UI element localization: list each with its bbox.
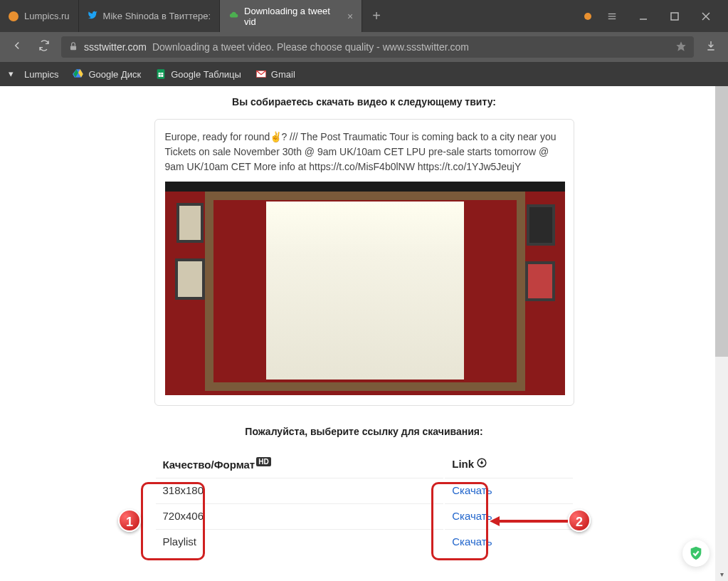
page-heading: Вы собираетесь скачать видео к следующем… bbox=[0, 96, 728, 108]
hand-emoji: ✌️ bbox=[270, 130, 281, 145]
close-icon[interactable]: × bbox=[347, 11, 353, 22]
download-subheading: Пожалуйста, выберите ссылку для скачиван… bbox=[0, 426, 728, 437]
table-row: Playlist Скачать bbox=[156, 529, 573, 553]
quality-cell: 720x406 bbox=[156, 503, 444, 528]
address-bar: ssstwitter.com Downloading a tweet video… bbox=[0, 32, 728, 62]
quality-cell: 318x180 bbox=[156, 478, 444, 502]
download-link[interactable]: Скачать bbox=[452, 510, 492, 522]
annotation-arrow bbox=[490, 514, 568, 528]
sheets-icon bbox=[155, 68, 167, 80]
close-button[interactable] bbox=[695, 12, 717, 21]
scrollbar[interactable]: ▾ bbox=[715, 86, 728, 581]
download-icon bbox=[477, 458, 487, 470]
bookmark-gmail[interactable]: Gmail bbox=[255, 68, 295, 80]
bookmark-label: Google Диск bbox=[88, 69, 141, 80]
tab-label: Mike Shinoda в Твиттере: bbox=[103, 11, 211, 21]
reload-button[interactable] bbox=[34, 40, 54, 55]
tab-label: Downloading a tweet vid bbox=[244, 6, 342, 27]
table-row: 318x180 Скачать bbox=[156, 478, 573, 502]
adblock-shield-icon[interactable] bbox=[682, 540, 709, 567]
back-button[interactable] bbox=[7, 39, 27, 56]
maximize-button[interactable] bbox=[664, 12, 685, 21]
gmail-icon bbox=[255, 68, 267, 80]
quality-cell: Playlist bbox=[156, 529, 444, 553]
download-link[interactable]: Скачать bbox=[452, 535, 492, 548]
cloud-icon bbox=[228, 10, 238, 22]
minimize-button[interactable] bbox=[633, 12, 654, 21]
scrollbar-down-icon[interactable]: ▾ bbox=[715, 568, 728, 581]
url-field[interactable]: ssstwitter.com Downloading a tweet video… bbox=[61, 36, 694, 58]
download-table: Качество/ФорматHD Link 318x180 Скачать 7… bbox=[154, 450, 574, 555]
tab-lumpics[interactable]: Lumpics.ru bbox=[0, 0, 79, 32]
tab-ssstwitter[interactable]: Downloading a tweet vid × bbox=[220, 0, 362, 32]
svg-rect-7 bbox=[70, 46, 76, 50]
download-indicator-icon[interactable] bbox=[701, 40, 721, 55]
menu-icon[interactable] bbox=[601, 11, 623, 21]
bookmark-google-drive[interactable]: Google Диск bbox=[73, 68, 141, 80]
lock-icon bbox=[68, 41, 78, 53]
extension-icon[interactable] bbox=[584, 13, 591, 20]
window-controls bbox=[573, 0, 728, 32]
bookmark-label: Gmail bbox=[271, 69, 295, 80]
url-domain: ssstwitter.com bbox=[84, 41, 147, 53]
hd-badge-icon: HD bbox=[256, 457, 270, 466]
annotation-number-2: 2 bbox=[568, 509, 591, 532]
tab-twitter[interactable]: Mike Shinoda в Твиттере: bbox=[79, 0, 221, 32]
favicon-orange bbox=[9, 11, 19, 21]
tweet-text: Europe, ready for round✌️? /// The Post … bbox=[165, 131, 556, 172]
tweet-image bbox=[165, 182, 565, 395]
svg-marker-16 bbox=[490, 516, 500, 526]
annotation-number-1: 1 bbox=[118, 509, 141, 532]
svg-rect-4 bbox=[671, 13, 678, 20]
titlebar: Lumpics.ru Mike Shinoda в Твиттере: Down… bbox=[0, 0, 728, 32]
drive-icon bbox=[73, 68, 84, 80]
tweet-card: Europe, ready for round✌️? /// The Post … bbox=[154, 119, 574, 406]
chevron-down-icon: ▾ bbox=[9, 68, 20, 80]
bookmarks-bar: ▾ Lumpics Google Диск Google Таблицы Gma… bbox=[0, 62, 728, 86]
tab-label: Lumpics.ru bbox=[24, 11, 70, 21]
bookmark-lumpics[interactable]: ▾ Lumpics bbox=[9, 68, 58, 80]
bookmark-google-sheets[interactable]: Google Таблицы bbox=[155, 68, 241, 80]
col-link: Link bbox=[445, 451, 572, 476]
new-tab-button[interactable]: + bbox=[362, 0, 391, 32]
svg-marker-8 bbox=[676, 41, 685, 51]
col-quality: Качество/ФорматHD bbox=[156, 451, 444, 476]
page-content: Вы собираетесь скачать видео к следующем… bbox=[0, 86, 728, 581]
bookmark-star-icon[interactable] bbox=[675, 41, 687, 54]
twitter-icon bbox=[88, 10, 97, 22]
url-title: Downloading a tweet video. Please choose… bbox=[152, 41, 469, 53]
bookmark-label: Google Таблицы bbox=[171, 69, 241, 80]
scrollbar-thumb[interactable] bbox=[715, 86, 728, 357]
download-link[interactable]: Скачать bbox=[452, 484, 492, 496]
bookmark-label: Lumpics bbox=[24, 69, 58, 80]
